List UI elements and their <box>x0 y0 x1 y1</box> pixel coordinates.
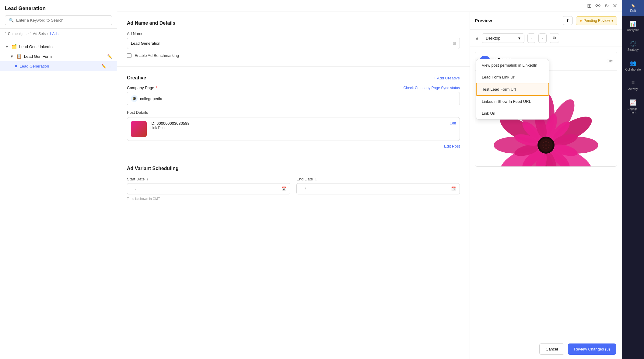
search-icon: 🔍 <box>9 18 14 23</box>
breadcrumb-ad-sets[interactable]: 1 Ad Sets <box>30 32 46 36</box>
company-input[interactable]: 🎓 collegepedia <box>127 92 460 105</box>
end-date-col: End Date ℹ __/__ 📅 <box>296 177 460 194</box>
refresh-icon[interactable]: ↻ <box>604 2 609 9</box>
dropdown-test-lead-form[interactable]: Test Lead Form Url <box>476 83 549 96</box>
creative-header: Creative + Add Creative <box>127 75 460 81</box>
edit-post-link[interactable]: Edit Post <box>444 144 460 148</box>
main-content: ⊞ 👁 ↻ ✕ Ad Name and Details Ad Name Lead… <box>117 0 622 359</box>
preview-eye-icon[interactable]: 👁 <box>595 3 601 9</box>
svg-point-31 <box>548 145 550 146</box>
post-type: Link Post <box>150 126 446 130</box>
dropdown-linkedin-show[interactable]: Linkedin Show In Feed URL <box>476 96 549 107</box>
creative-title: Creative <box>127 75 146 81</box>
company-page-label: Company Page * <box>127 85 157 90</box>
time-note: Time is shown in GMT <box>127 197 460 200</box>
dropdown-link-url[interactable]: Link Url <box>476 107 549 119</box>
svg-point-33 <box>545 148 547 149</box>
device-chevron: ▾ <box>518 36 520 40</box>
status-badge: ● Pending Review ▾ <box>576 16 617 25</box>
sidebar-item-analytics[interactable]: 📊 Analytics <box>622 16 644 36</box>
search-box: 🔍 <box>5 15 112 25</box>
monitor-icon: 🖥 <box>475 36 479 40</box>
dropdown-lead-form-link[interactable]: Lead Form Link Url <box>476 71 549 83</box>
svg-point-32 <box>548 147 549 148</box>
edit-post-row: Edit Post <box>127 144 460 148</box>
end-date-label: End Date ℹ <box>296 177 460 181</box>
svg-point-36 <box>545 144 547 146</box>
ad-label: Lead Generation <box>19 64 99 68</box>
device-select[interactable]: Desktop ▾ <box>482 33 524 43</box>
sidebar-item-collaborate[interactable]: 👥 Collaborate <box>622 56 644 75</box>
layout-icon[interactable]: ⊞ <box>587 2 592 9</box>
add-creative-button[interactable]: + Add Creative <box>434 76 460 80</box>
calendar-icon-start: 📅 <box>282 186 286 191</box>
preview-header: Preview ⬆ ● Pending Review ▾ <box>470 12 622 30</box>
ad-edit-icon[interactable]: ✏️ <box>101 64 106 68</box>
next-button[interactable]: › <box>538 33 546 43</box>
company-name: collegepedia <box>140 96 162 101</box>
prev-button[interactable]: ‹ <box>527 33 535 43</box>
start-date-input[interactable]: __/__ 📅 <box>127 183 290 194</box>
cancel-button[interactable]: Cancel <box>539 343 564 355</box>
breadcrumb-campaigns[interactable]: 1 Campaigns <box>5 32 26 36</box>
dropdown-permalink[interactable]: View post permalink in LinkedIn <box>476 59 549 71</box>
search-input[interactable] <box>16 18 108 23</box>
tree-toggle-campaign[interactable]: ▼ <box>5 44 9 49</box>
left-header: Lead Generation 🔍 <box>0 0 117 29</box>
start-date-label: Start Date ℹ <box>127 177 290 181</box>
analytics-label: Analytics <box>627 28 639 32</box>
end-date-input[interactable]: __/__ 📅 <box>296 183 460 194</box>
breadcrumb-ads[interactable]: 1 Ads <box>49 32 58 36</box>
post-card: ID: 600000003080588 Link Post Edit <box>127 117 460 141</box>
sidebar-edit-section: 🏷️ Edit <box>622 0 644 16</box>
check-sync-link[interactable]: Check Company Page Sync status <box>404 86 460 90</box>
svg-point-29 <box>545 141 547 142</box>
breadcrumb-sep-1: › <box>28 32 29 36</box>
ad-more-icon[interactable]: ⋮ <box>108 64 112 68</box>
preview-title: Preview <box>475 18 492 23</box>
activity-label: Activity <box>628 87 638 91</box>
company-label-row: Company Page * Check Company Page Sync s… <box>127 85 460 90</box>
scheduling-section: Ad Variant Scheduling Start Date ℹ __/__… <box>117 157 470 209</box>
sidebar-item-engagement[interactable]: 📈 Engage-ment <box>622 95 644 119</box>
benchmark-label: Enable Ad Benchmarking <box>135 53 179 58</box>
engagement-icon: 📈 <box>630 99 636 106</box>
breadcrumb: 1 Campaigns › 1 Ad Sets › 1 Ads <box>0 29 117 39</box>
sidebar-item-strategy[interactable]: ⚖️ Strategy <box>622 36 644 56</box>
ad-actions: ✏️ ⋮ <box>101 64 112 68</box>
upload-button[interactable]: ⬆ <box>563 16 573 25</box>
benchmark-checkbox[interactable] <box>127 53 131 58</box>
top-toolbar: ⊞ 👁 ↻ ✕ <box>117 0 622 12</box>
campaign-label: Lead Gen LinkedIn <box>19 44 112 49</box>
required-indicator: * <box>156 85 157 90</box>
scheduling-row: Start Date ℹ __/__ 📅 End Date ℹ <box>127 177 460 194</box>
post-id: ID: 600000003080588 <box>150 121 446 126</box>
post-details-section: Post Details ID: 600000003080588 Link Po… <box>127 110 460 148</box>
post-edit-button[interactable]: Edit <box>450 121 456 125</box>
svg-point-30 <box>548 142 549 143</box>
start-date-col: Start Date ℹ __/__ 📅 <box>127 177 290 194</box>
main-body: Ad Name and Details Ad Name Lead Generat… <box>117 12 622 359</box>
tree-area: ▼ 🗂️ Lead Gen LinkedIn ▼ 📋 Lead Gen Form… <box>0 39 117 359</box>
adset-edit-icon[interactable]: ✏️ <box>107 54 112 59</box>
status-dot: ● <box>580 19 582 23</box>
sidebar-item-activity[interactable]: ≡ Activity <box>622 75 644 95</box>
close-icon[interactable]: ✕ <box>613 2 617 9</box>
ad-name-value: Lead Generation <box>131 41 160 46</box>
tree-campaign[interactable]: ▼ 🗂️ Lead Gen LinkedIn <box>0 42 117 51</box>
svg-point-34 <box>543 147 544 148</box>
device-label: Desktop <box>486 36 500 40</box>
status-chevron: ▾ <box>611 19 613 23</box>
tree-toggle-adset[interactable]: ▼ <box>10 54 14 59</box>
ad-name-input[interactable]: Lead Generation ⊟ <box>127 38 460 49</box>
end-date-value: __/__ <box>300 186 310 191</box>
form-panel: Ad Name and Details Ad Name Lead Generat… <box>117 12 470 359</box>
preview-actions: ⬆ ● Pending Review ▾ <box>563 16 617 25</box>
tag-icon: 🏷️ <box>631 4 635 8</box>
copy-button[interactable]: ⧉ <box>550 33 559 43</box>
tree-ad[interactable]: ■ Lead Generation ✏️ ⋮ <box>0 61 117 71</box>
activity-icon: ≡ <box>632 80 635 86</box>
status-label: Pending Review <box>583 19 610 23</box>
review-changes-button[interactable]: Review Changes (3) <box>568 343 616 355</box>
tree-adset[interactable]: ▼ 📋 Lead Gen Form ✏️ <box>0 51 117 61</box>
